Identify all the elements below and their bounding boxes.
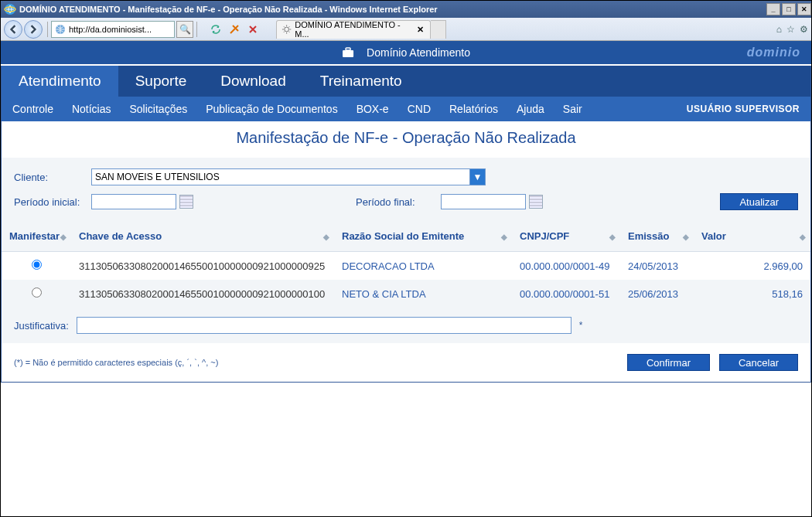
home-icon[interactable]: ⌂: [776, 24, 782, 35]
primary-nav-item[interactable]: Download: [203, 66, 303, 97]
cell-chave: 3113050633080200014655001000000092100000…: [71, 252, 334, 281]
footer-row: (*) = Não é permitido caracteres especia…: [2, 343, 810, 382]
secondary-nav-item[interactable]: Sair: [563, 103, 582, 115]
cliente-dropdown-button[interactable]: ▼: [470, 168, 486, 185]
cell-chave: 3113050633080200014655001000000092100000…: [71, 280, 334, 308]
cell-emissao: 24/05/2013: [620, 252, 694, 281]
cell-emissao: 25/06/2013: [620, 280, 694, 308]
manifestar-radio[interactable]: [32, 260, 42, 270]
table-row: 3113050633080200014655001000000092100000…: [2, 280, 810, 308]
window-minimize-button[interactable]: _: [766, 3, 780, 15]
periodo-inicial-input[interactable]: [91, 194, 176, 209]
app-header: Domínio Atendimento dominio: [1, 41, 811, 66]
column-header[interactable]: CNPJ/CPF◆: [512, 221, 620, 252]
address-bar[interactable]: http://da.dominiosist...: [51, 21, 175, 38]
calendar-icon[interactable]: [179, 195, 193, 209]
footnote: (*) = Não é permitido caracteres especia…: [14, 358, 218, 367]
primary-nav-item[interactable]: Atendimento: [2, 66, 118, 97]
window-maximize-button[interactable]: □: [782, 3, 796, 15]
cliente-input[interactable]: [91, 168, 470, 185]
app-name: Domínio Atendimento: [367, 46, 470, 59]
briefcase-icon: [342, 47, 354, 58]
secondary-nav-item[interactable]: BOX-e: [357, 103, 389, 115]
manifestar-radio[interactable]: [32, 287, 42, 298]
primary-nav: AtendimentoSuporteDownloadTreinamento: [2, 66, 810, 97]
tools-icon[interactable]: ⚙: [800, 24, 808, 35]
column-header[interactable]: Valor◆: [694, 221, 810, 252]
nfe-table: Manifestar◆Chave de Acesso◆Razão Social …: [2, 221, 810, 308]
window-title: DOMÍNIO ATENDIMENTO - Manifestação de NF…: [19, 5, 765, 14]
globe-icon: [55, 24, 66, 35]
cancelar-button[interactable]: Cancelar: [719, 354, 798, 371]
cell-razao[interactable]: DECORACAO LTDA: [334, 252, 512, 281]
window-titlebar: DOMÍNIO ATENDIMENTO - Manifestação de NF…: [1, 1, 811, 18]
column-header[interactable]: Chave de Acesso◆: [71, 221, 334, 252]
calendar-icon[interactable]: [529, 195, 543, 209]
new-tab-button[interactable]: [431, 20, 446, 39]
secondary-nav-item[interactable]: CND: [408, 103, 431, 115]
periodo-inicial-label: Período inicial:: [14, 196, 91, 208]
secondary-nav-item[interactable]: Notícias: [72, 103, 111, 115]
search-button[interactable]: 🔍: [176, 21, 193, 38]
back-button[interactable]: [4, 20, 22, 39]
secondary-nav-item[interactable]: Relatórios: [449, 103, 498, 115]
secondary-nav-item[interactable]: Ajuda: [517, 103, 544, 115]
cell-razao[interactable]: NETO & CIA LTDA: [334, 280, 512, 308]
column-header[interactable]: Emissão◆: [620, 221, 694, 252]
sort-icon: ◆: [800, 232, 806, 240]
sort-icon: ◆: [323, 232, 329, 240]
refresh-button[interactable]: [208, 22, 223, 37]
url-text: http://da.dominiosist...: [69, 25, 152, 34]
primary-nav-item[interactable]: Treinamento: [303, 66, 419, 97]
secondary-nav-item[interactable]: Controle: [12, 103, 53, 115]
favorites-icon[interactable]: ☆: [786, 24, 795, 35]
svg-point-3: [285, 27, 289, 32]
cell-valor: 2.969,00: [694, 252, 810, 281]
window-close-button[interactable]: ✕: [797, 3, 811, 15]
sort-icon: ◆: [501, 232, 507, 240]
secondary-nav-item[interactable]: Publicação de Documentos: [206, 103, 337, 115]
justificativa-label: Justificativa:: [14, 320, 69, 332]
ie-icon: [4, 3, 16, 15]
required-asterisk: *: [579, 320, 583, 331]
table-row: 3113050633080200014655001000000092100000…: [2, 252, 810, 281]
brand-logo: dominio: [747, 46, 800, 60]
secondary-nav-item[interactable]: Solicitações: [130, 103, 188, 115]
sort-icon: ◆: [609, 232, 616, 240]
justificativa-row: Justificativa: *: [2, 308, 810, 343]
periodo-final-input[interactable]: [441, 194, 526, 209]
search-icon: 🔍: [179, 24, 191, 35]
cliente-label: Cliente:: [14, 172, 91, 183]
column-header[interactable]: Razão Social do Emitente◆: [334, 221, 512, 252]
tab-close-button[interactable]: ✕: [417, 25, 424, 35]
column-header[interactable]: Manifestar◆: [2, 221, 71, 252]
primary-nav-item[interactable]: Suporte: [118, 66, 204, 97]
user-label: USUÁRIO SUPERVISOR: [687, 104, 800, 114]
secondary-nav: ControleNotíciasSolicitaçõesPublicação d…: [2, 97, 810, 121]
filter-panel: Cliente: ▼ Período inicial: Período fina…: [2, 158, 810, 221]
forward-button[interactable]: [24, 20, 43, 39]
atualizar-button[interactable]: Atualizar: [720, 193, 798, 210]
gear-icon: [281, 24, 292, 35]
svg-rect-5: [346, 48, 350, 50]
sort-icon: ◆: [60, 232, 67, 240]
confirmar-button[interactable]: Confirmar: [627, 354, 710, 371]
cell-cnpj: 00.000.000/0001-51: [512, 280, 620, 308]
stop-button[interactable]: [245, 22, 261, 37]
browser-tab[interactable]: DOMÍNIO ATENDIMENTO - M... ✕: [276, 20, 431, 39]
cell-cnpj: 00.000.000/0001-49: [512, 252, 620, 281]
justificativa-input[interactable]: [77, 317, 571, 334]
sort-icon: ◆: [683, 232, 689, 240]
periodo-final-label: Período final:: [356, 196, 441, 208]
browser-toolbar: http://da.dominiosist... 🔍 DOMÍNIO ATEND…: [1, 18, 811, 41]
svg-rect-4: [343, 50, 353, 57]
tab-title: DOMÍNIO ATENDIMENTO - M...: [295, 20, 411, 39]
page-title: Manifestação de NF-e - Operação Não Real…: [2, 121, 810, 158]
cell-valor: 518,16: [694, 280, 810, 308]
compat-button[interactable]: [227, 22, 242, 37]
